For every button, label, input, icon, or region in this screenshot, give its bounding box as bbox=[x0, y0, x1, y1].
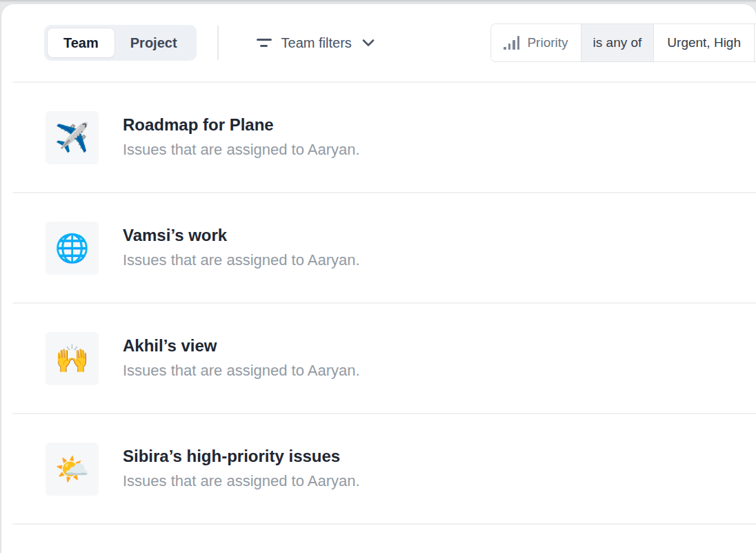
sun-behind-cloud-emoji: 🌤️ bbox=[46, 443, 99, 496]
scope-segmented-control: Team Project bbox=[44, 25, 197, 61]
filter-icon bbox=[256, 39, 272, 47]
view-title: Vamsi’s work bbox=[123, 226, 360, 246]
view-row-akhils-view[interactable]: 🙌 Akhil’s view Issues that are assigned … bbox=[1, 304, 756, 413]
filter-values-label: Urgent, High bbox=[667, 35, 741, 50]
main-panel: Team Project Team filters Priority is an… bbox=[1, 4, 756, 553]
team-filters-label: Team filters bbox=[281, 35, 352, 51]
priority-filter-chip: Priority is any of Urgent, High bbox=[490, 23, 756, 62]
filter-property-label: Priority bbox=[527, 35, 568, 50]
filter-operator-button[interactable]: is any of bbox=[581, 24, 655, 61]
priority-bars-icon bbox=[504, 36, 519, 50]
row-divider bbox=[12, 523, 756, 525]
view-row-roadmap-for-plane[interactable]: ✈️ Roadmap for Plane Issues that are ass… bbox=[1, 83, 756, 192]
view-description: Issues that are assigned to Aaryan. bbox=[123, 251, 360, 270]
view-title: Sibira’s high-priority issues bbox=[123, 447, 360, 467]
filter-operator-label: is any of bbox=[593, 35, 642, 50]
view-description: Issues that are assigned to Aaryan. bbox=[123, 140, 360, 159]
view-description: Issues that are assigned to Aaryan. bbox=[123, 361, 360, 380]
chevron-down-icon bbox=[362, 39, 375, 47]
views-toolbar: Team Project Team filters Priority is an… bbox=[1, 4, 756, 81]
view-description: Issues that are assigned to Aaryan. bbox=[123, 472, 360, 491]
view-title: Roadmap for Plane bbox=[123, 115, 360, 135]
view-row-vamsis-work[interactable]: 🌐 Vamsi’s work Issues that are assigned … bbox=[1, 193, 756, 302]
views-list: ✈️ Roadmap for Plane Issues that are ass… bbox=[1, 83, 756, 525]
view-row-sibiras-high-priority-issues[interactable]: 🌤️ Sibira’s high-priority issues Issues … bbox=[1, 414, 756, 523]
toolbar-divider bbox=[217, 26, 219, 60]
filter-values-button[interactable]: Urgent, High bbox=[654, 24, 754, 61]
view-title: Akhil’s view bbox=[123, 336, 360, 356]
airplane-emoji: ✈️ bbox=[46, 111, 99, 164]
filter-property-button[interactable]: Priority bbox=[491, 24, 580, 61]
team-filters-button[interactable]: Team filters bbox=[253, 31, 377, 55]
raised-hands-emoji: 🙌 bbox=[46, 332, 99, 385]
globe-emoji: 🌐 bbox=[46, 222, 99, 275]
tab-team[interactable]: Team bbox=[48, 28, 115, 57]
tab-project[interactable]: Project bbox=[115, 28, 193, 57]
